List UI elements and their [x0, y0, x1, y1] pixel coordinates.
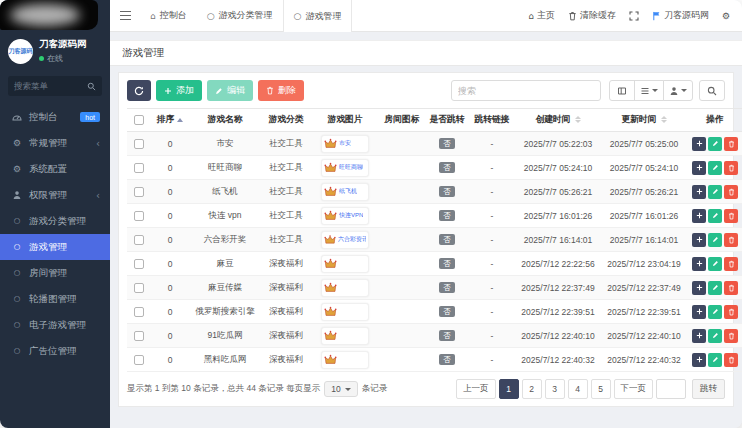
- row-add-button[interactable]: [692, 281, 706, 295]
- refresh-button[interactable]: [127, 80, 151, 101]
- tab-game-category[interactable]: ○ 游戏分类管理: [197, 0, 283, 31]
- row-delete-button[interactable]: [724, 185, 738, 199]
- row-delete-button[interactable]: [724, 353, 738, 367]
- row-delete-button[interactable]: [724, 305, 738, 319]
- row-checkbox[interactable]: [134, 187, 144, 197]
- table-row[interactable]: 0六合彩开奖社交工具六合彩资讯否-2025/7/7 16:14:012025/7…: [127, 228, 742, 252]
- page-button-2[interactable]: 2: [522, 379, 542, 399]
- settings-dropdown[interactable]: ⚙: [722, 11, 730, 21]
- delete-button[interactable]: 删除: [258, 80, 304, 101]
- sidebar-item-game-management[interactable]: ○ 游戏管理: [0, 234, 110, 260]
- page-jump-button[interactable]: 跳转: [692, 379, 725, 399]
- search-toggle-button[interactable]: [699, 80, 725, 101]
- row-checkbox[interactable]: [134, 139, 144, 149]
- page-size-dropdown[interactable]: 10: [324, 381, 357, 397]
- sidebar-item-dashboard[interactable]: 控制台 hot: [0, 104, 110, 130]
- row-checkbox[interactable]: [134, 235, 144, 245]
- table-search-input[interactable]: [451, 80, 601, 101]
- export-dropdown[interactable]: [663, 80, 693, 101]
- game-image-thumbnail[interactable]: 六合彩资讯: [321, 231, 369, 249]
- site-link[interactable]: 刀客源码网: [652, 9, 709, 22]
- row-edit-button[interactable]: [708, 329, 722, 343]
- row-edit-button[interactable]: [708, 353, 722, 367]
- next-page-button[interactable]: 下一页: [614, 379, 654, 399]
- game-image-thumbnail[interactable]: 快连VPN: [321, 207, 369, 225]
- row-delete-button[interactable]: [724, 137, 738, 151]
- page-button-3[interactable]: 3: [545, 379, 565, 399]
- game-image-thumbnail[interactable]: 市安: [321, 135, 369, 153]
- row-edit-button[interactable]: [708, 233, 722, 247]
- game-image-thumbnail[interactable]: 旺旺商聊: [321, 159, 369, 177]
- fullscreen-button[interactable]: [629, 11, 639, 21]
- row-add-button[interactable]: [692, 353, 706, 367]
- game-image-thumbnail[interactable]: [321, 351, 369, 369]
- tab-dashboard[interactable]: ⌂ 控制台: [140, 0, 197, 31]
- row-add-button[interactable]: [692, 257, 706, 271]
- table-row[interactable]: 0俄罗斯搜索引擎深夜福利否-2025/7/12 22:39:512025/7/1…: [127, 300, 742, 324]
- game-image-thumbnail[interactable]: 纸飞机: [321, 183, 369, 201]
- sidebar-item-ads-management[interactable]: ○ 广告位管理: [0, 338, 110, 364]
- row-checkbox[interactable]: [134, 163, 144, 173]
- row-add-button[interactable]: [692, 185, 706, 199]
- row-checkbox[interactable]: [134, 211, 144, 221]
- sidebar-item-game-category[interactable]: ○ 游戏分类管理: [0, 208, 110, 234]
- row-edit-button[interactable]: [708, 305, 722, 319]
- sidebar-item-permissions[interactable]: 权限管理 ‹: [0, 182, 110, 208]
- clear-cache-button[interactable]: 清除缓存: [568, 9, 616, 22]
- row-add-button[interactable]: [692, 209, 706, 223]
- home-link[interactable]: ⌂ 主页: [528, 9, 555, 22]
- table-row[interactable]: 0麻豆深夜福利否-2025/7/12 22:22:562025/7/12 23:…: [127, 252, 742, 276]
- table-row[interactable]: 0市安社交工具市安否-2025/7/7 05:22:032025/7/7 05:…: [127, 132, 742, 156]
- select-all-checkbox[interactable]: [134, 115, 144, 125]
- row-add-button[interactable]: [692, 161, 706, 175]
- row-delete-button[interactable]: [724, 257, 738, 271]
- edit-button[interactable]: 编辑: [207, 80, 253, 101]
- add-button[interactable]: 添加: [156, 80, 202, 101]
- game-image-thumbnail[interactable]: [321, 255, 369, 273]
- row-add-button[interactable]: [692, 233, 706, 247]
- sidebar-search-input[interactable]: [14, 81, 87, 91]
- page-button-1[interactable]: 1: [499, 379, 519, 399]
- row-add-button[interactable]: [692, 329, 706, 343]
- row-delete-button[interactable]: [724, 233, 738, 247]
- sidebar-item-system-config[interactable]: ⚙ 系统配置: [0, 156, 110, 182]
- table-row[interactable]: 0旺旺商聊社交工具旺旺商聊否-2025/7/7 05:24:102025/7/7…: [127, 156, 742, 180]
- table-row[interactable]: 0纸飞机社交工具纸飞机否-2025/7/7 05:26:212025/7/7 0…: [127, 180, 742, 204]
- col-updated[interactable]: 更新时间: [601, 109, 687, 132]
- row-checkbox[interactable]: [134, 259, 144, 269]
- row-delete-button[interactable]: [724, 209, 738, 223]
- game-image-thumbnail[interactable]: [321, 303, 369, 321]
- game-image-thumbnail[interactable]: [321, 327, 369, 345]
- row-edit-button[interactable]: [708, 161, 722, 175]
- prev-page-button[interactable]: 上一页: [456, 379, 496, 399]
- tab-game-management[interactable]: ○ 游戏管理: [283, 0, 353, 32]
- page-jump-input[interactable]: [656, 379, 686, 399]
- col-sort[interactable]: 排序: [151, 109, 189, 132]
- row-checkbox[interactable]: [134, 331, 144, 341]
- columns-dropdown[interactable]: [634, 80, 664, 101]
- sidebar-item-egame-management[interactable]: ○ 电子游戏管理: [0, 312, 110, 338]
- row-edit-button[interactable]: [708, 257, 722, 271]
- row-delete-button[interactable]: [724, 161, 738, 175]
- sidebar-item-general[interactable]: ⚙ 常规管理 ‹: [0, 130, 110, 156]
- sidebar-item-room-management[interactable]: ○ 房间管理: [0, 260, 110, 286]
- row-edit-button[interactable]: [708, 185, 722, 199]
- row-checkbox[interactable]: [134, 283, 144, 293]
- row-delete-button[interactable]: [724, 281, 738, 295]
- table-row[interactable]: 0快连 vpn社交工具快连VPN否-2025/7/7 16:01:262025/…: [127, 204, 742, 228]
- row-edit-button[interactable]: [708, 209, 722, 223]
- col-created[interactable]: 创建时间: [515, 109, 601, 132]
- table-row[interactable]: 0黑料吃瓜网深夜福利否-2025/7/12 22:40:322025/7/12 …: [127, 348, 742, 372]
- table-row[interactable]: 0麻豆传媒深夜福利否-2025/7/12 22:37:492025/7/12 2…: [127, 276, 742, 300]
- row-edit-button[interactable]: [708, 137, 722, 151]
- row-edit-button[interactable]: [708, 281, 722, 295]
- row-checkbox[interactable]: [134, 307, 144, 317]
- row-checkbox[interactable]: [134, 355, 144, 365]
- page-button-4[interactable]: 4: [568, 379, 588, 399]
- hamburger-menu-icon[interactable]: [110, 0, 140, 31]
- sidebar-item-carousel-management[interactable]: ○ 轮播图管理: [0, 286, 110, 312]
- row-add-button[interactable]: [692, 137, 706, 151]
- row-add-button[interactable]: [692, 305, 706, 319]
- game-image-thumbnail[interactable]: [321, 279, 369, 297]
- table-row[interactable]: 091吃瓜网深夜福利否-2025/7/12 22:40:102025/7/12 …: [127, 324, 742, 348]
